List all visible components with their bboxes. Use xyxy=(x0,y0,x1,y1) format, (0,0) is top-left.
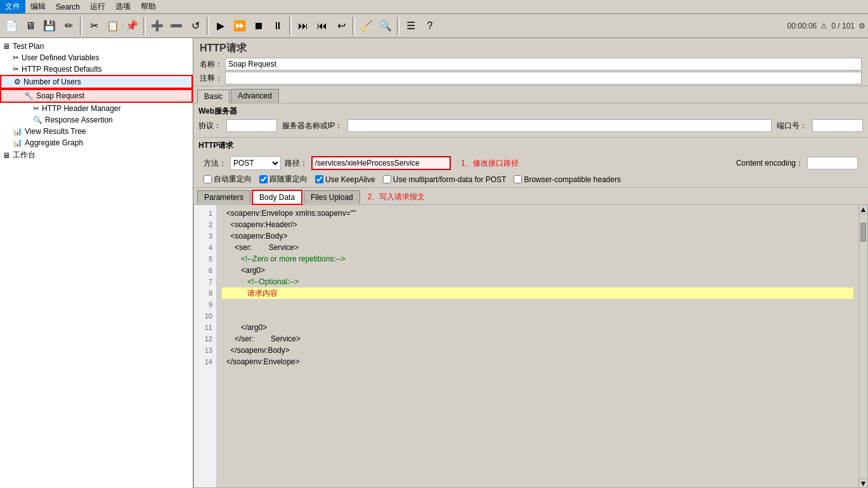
tree-item-soap-request[interactable]: 🔧 Soap Request xyxy=(0,89,193,103)
comment-input[interactable] xyxy=(225,72,862,84)
tab-files-upload[interactable]: Files Upload xyxy=(304,190,360,204)
clear-button[interactable]: ↺ xyxy=(186,17,204,35)
port-label: 端口号： xyxy=(777,121,807,131)
remote-clear-button[interactable]: ↩ xyxy=(332,17,350,35)
keepalive-input[interactable] xyxy=(315,175,323,183)
aggregate-graph-icon: 📊 xyxy=(13,138,22,147)
checkbox-row: 自动重定向 跟随重定向 Use KeepAlive Use multipart/… xyxy=(198,173,863,187)
tree-item-workstation[interactable]: 🖥 工作台 xyxy=(0,148,193,162)
run-all-button[interactable]: ⏩ xyxy=(231,17,249,35)
tab-parameters[interactable]: Parameters xyxy=(197,190,250,204)
line-number-11: 11 xyxy=(198,322,212,333)
sep5 xyxy=(353,17,355,35)
list-button[interactable]: ☰ xyxy=(402,17,420,35)
tab-body-data[interactable]: Body Data xyxy=(252,190,302,205)
port-input[interactable] xyxy=(812,119,863,132)
encoding-input[interactable] xyxy=(807,157,858,169)
code-line-14: </soapenv:Envelope> xyxy=(222,356,853,367)
menu-file[interactable]: 文件 xyxy=(0,0,25,13)
multipart-input[interactable] xyxy=(383,175,391,183)
number-of-users-icon: ⚙ xyxy=(14,77,21,86)
sep4 xyxy=(289,17,292,35)
help-button[interactable]: ? xyxy=(421,17,439,35)
line-number-12: 12 xyxy=(198,333,212,345)
tree-label-number-of-users: Number of Users xyxy=(23,77,81,86)
main-layout: 🖥 Test Plan ✂ User Defined Variables ✂ H… xyxy=(0,38,868,488)
menu-search[interactable]: Search xyxy=(51,1,85,13)
scroll-up-btn[interactable]: ▲ xyxy=(859,205,867,214)
code-line-6: <arg0> xyxy=(222,265,853,276)
tree-item-number-of-users[interactable]: ⚙ Number of Users xyxy=(0,75,193,89)
view-results-icon: 📊 xyxy=(13,127,22,136)
cut-button[interactable]: ✂ xyxy=(85,17,103,35)
tree-label-user-defined: User Defined Variables xyxy=(22,53,100,62)
code-line-7: <!--Optional:--> xyxy=(222,276,853,287)
name-input[interactable] xyxy=(225,58,862,70)
menu-run[interactable]: 运行 xyxy=(85,0,110,13)
timer-display: 00:00:06 xyxy=(787,22,817,30)
web-server-form-row: 协议： 服务器名称或IP： 端口号： xyxy=(198,119,863,132)
remote-stop-button[interactable]: ⏮ xyxy=(313,17,331,35)
stop-button[interactable]: ⏹ xyxy=(250,17,268,35)
tab-basic[interactable]: Basic xyxy=(197,89,230,103)
tree-item-test-plan[interactable]: 🖥 Test Plan xyxy=(0,41,193,52)
code-line-4: <ser: Service> xyxy=(222,242,853,253)
warning-count: ⚠ xyxy=(820,22,827,30)
path-input[interactable] xyxy=(311,156,451,170)
scroll-down-btn[interactable]: ▼ xyxy=(859,478,867,487)
menu-help[interactable]: 帮助 xyxy=(136,0,161,13)
code-line-8: 请求内容 xyxy=(222,287,853,299)
tab-advanced[interactable]: Advanced xyxy=(231,89,278,103)
remote-start-button[interactable]: ⏭ xyxy=(294,17,312,35)
code-content[interactable]: <soapenv:Envelope xmlns:soapenv="" <soap… xyxy=(217,205,858,487)
add-button[interactable]: ➕ xyxy=(148,17,166,35)
auto-redirect-input[interactable] xyxy=(204,175,212,183)
settings-icon[interactable]: ⚙ xyxy=(858,22,865,30)
new-button[interactable]: 📄 xyxy=(3,17,20,35)
tree-item-aggregate-graph[interactable]: 📊 Aggregate Graph xyxy=(0,137,193,148)
scrollbar-right[interactable]: ▲ ▼ xyxy=(858,205,867,487)
line-number-13: 13 xyxy=(198,345,212,356)
tree-item-http-defaults[interactable]: ✂ HTTP Request Defaults xyxy=(0,63,193,75)
run-button[interactable]: ▶ xyxy=(212,17,230,35)
server-input[interactable] xyxy=(347,119,772,132)
http-header-icon: ✂ xyxy=(33,104,39,113)
test-plan-icon: 🖥 xyxy=(3,42,10,51)
tree-item-view-results[interactable]: 📊 View Results Tree xyxy=(0,126,193,137)
tree-item-user-defined[interactable]: ✂ User Defined Variables xyxy=(0,52,193,63)
remove-button[interactable]: ➖ xyxy=(167,17,185,35)
tree-label-aggregate-graph: Aggregate Graph xyxy=(25,138,83,147)
menu-edit[interactable]: 编辑 xyxy=(25,0,51,13)
method-select[interactable]: POST GET xyxy=(230,156,281,170)
auto-redirect-checkbox[interactable]: 自动重定向 xyxy=(204,174,252,185)
code-editor-wrapper: 1234567891011121314 <soapenv:Envelope xm… xyxy=(193,204,868,488)
follow-redirect-input[interactable] xyxy=(259,175,268,183)
code-line-2: <soapenv:Header/> xyxy=(222,219,853,230)
tree-item-http-header[interactable]: ✂ HTTP Header Manager xyxy=(0,103,193,114)
protocol-input[interactable] xyxy=(226,119,277,132)
save-button[interactable]: 💾 xyxy=(41,17,58,35)
code-line-9 xyxy=(222,299,853,310)
code-line-5: <!--Zero or more repetitions:--> xyxy=(222,253,853,265)
browser-compat-input[interactable] xyxy=(514,175,522,183)
line-number-10: 10 xyxy=(198,310,212,322)
saveas-button[interactable]: ✏ xyxy=(60,17,77,35)
stop-all-button[interactable]: ⏸ xyxy=(269,17,287,35)
search-button[interactable]: 🔍 xyxy=(377,17,394,35)
protocol-label: 协议： xyxy=(198,121,221,131)
toolbar: 📄 🖥 💾 ✏ ✂ 📋 📌 ➕ ➖ ↺ ▶ ⏩ ⏹ ⏸ ⏭ ⏮ ↩ 🧹 🔍 ☰ … xyxy=(0,14,868,38)
browser-compat-checkbox[interactable]: Browser-compatible headers xyxy=(514,175,621,184)
follow-redirect-checkbox[interactable]: 跟随重定向 xyxy=(259,174,308,185)
broom-button[interactable]: 🧹 xyxy=(358,17,375,35)
copy-button[interactable]: 📋 xyxy=(104,17,122,35)
tree-item-response-assertion[interactable]: 🔍 Response Assertion xyxy=(0,114,193,126)
line-number-2: 2 xyxy=(198,219,212,230)
paste-button[interactable]: 📌 xyxy=(123,17,141,35)
open-button[interactable]: 🖥 xyxy=(22,17,39,35)
multipart-checkbox[interactable]: Use multipart/form-data for POST xyxy=(383,175,507,184)
keepalive-checkbox[interactable]: Use KeepAlive xyxy=(315,175,375,184)
menu-options[interactable]: 选项 xyxy=(110,0,136,13)
encoding-label: Content encoding： xyxy=(736,158,803,169)
scroll-thumb[interactable] xyxy=(860,223,866,242)
content-panel: HTTP请求 名称： 注释： Basic Advanced Web服务器 协议：… xyxy=(193,38,868,488)
